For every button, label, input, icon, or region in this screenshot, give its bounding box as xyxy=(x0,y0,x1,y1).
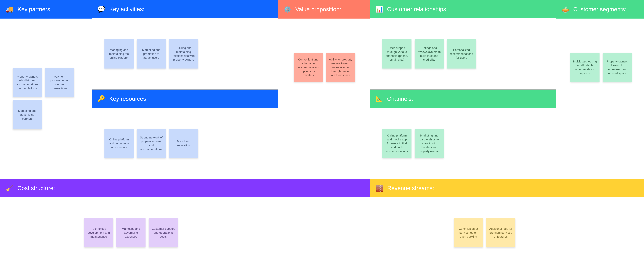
header-customer-segments: 🥧 Customer segments: xyxy=(556,0,644,19)
truck-icon: 🚚 xyxy=(6,5,14,14)
body-key-resources: Online platform and technology infrastru… xyxy=(92,108,278,179)
title-revenue-streams: Revenue streams: xyxy=(387,185,434,191)
header-key-partners: 🚚 Key partners: xyxy=(0,0,92,19)
body-channels: Online platform and mobile app for users… xyxy=(370,108,556,179)
title-channels: Channels: xyxy=(387,95,413,102)
header-channels: 📐 Channels: xyxy=(370,90,556,108)
section-key-activities: 💬 Key activities: Managing and maintaini… xyxy=(92,0,278,89)
section-key-partners: 🚚 Key partners: Property owners who list… xyxy=(0,0,92,179)
body-key-partners: Property owners who list their accommoda… xyxy=(0,19,92,179)
pie-chart-icon: 🥧 xyxy=(561,5,570,14)
sticky-note[interactable]: Building and maintaining relationships w… xyxy=(169,39,198,69)
business-model-canvas: 🚚 Key partners: Property owners who list… xyxy=(0,0,644,268)
section-key-resources: 🔑 Key resources: Online platform and tec… xyxy=(92,89,278,179)
sticky-note[interactable]: Brand and reputation xyxy=(169,129,198,158)
sticky-note[interactable]: Strong network of property owners and ac… xyxy=(137,129,166,158)
notes-value-proposition: Convenient and affordable accommodation … xyxy=(294,53,355,82)
header-value-proposition: ⚙️ Value proposition: xyxy=(278,0,370,19)
header-cost-structure: 🧹 Cost structure: xyxy=(0,179,370,197)
ruler-icon: 📐 xyxy=(375,94,384,103)
title-value-proposition: Value proposition: xyxy=(295,6,341,13)
gears-icon: ⚙️ xyxy=(283,5,292,14)
notes-customer-relationships: User support through various channels (p… xyxy=(382,39,476,69)
section-revenue-streams: 🧱 Revenue streams: Commission or service… xyxy=(370,179,644,268)
title-customer-relationships: Customer relationships: xyxy=(387,6,448,13)
body-customer-segments: Individuals looking for affordable accom… xyxy=(556,19,644,179)
title-cost-structure: Cost structure: xyxy=(18,185,55,191)
broom-icon: 🧹 xyxy=(6,184,14,192)
notes-cost-structure: Technology development and maintenance M… xyxy=(84,218,178,247)
notes-channels: Online platform and mobile app for users… xyxy=(382,129,444,158)
notes-customer-segments: Individuals looking for affordable accom… xyxy=(570,53,632,82)
header-revenue-streams: 🧱 Revenue streams: xyxy=(370,179,644,197)
sticky-note[interactable]: Marketing and advertising partners xyxy=(13,100,42,129)
sticky-note[interactable]: Ratings and reviews system to build trus… xyxy=(415,39,444,69)
sticky-note[interactable]: Marketing and promotion to attract users xyxy=(137,39,166,69)
key-icon: 🔑 xyxy=(97,94,106,103)
sticky-note[interactable]: Property owners who list their accommoda… xyxy=(13,68,42,97)
stack-relationships-channels: 📊 Customer relationships: User support t… xyxy=(370,0,556,179)
notes-revenue-streams: Commission or service fee on each bookin… xyxy=(454,218,515,247)
body-revenue-streams: Commission or service fee on each bookin… xyxy=(370,197,644,268)
bar-chart-icon: 📊 xyxy=(375,5,384,14)
sticky-note[interactable]: Commission or service fee on each bookin… xyxy=(454,218,483,247)
header-key-activities: 💬 Key activities: xyxy=(92,0,278,19)
sticky-note[interactable]: Property owners looking to monetize thei… xyxy=(603,53,632,82)
sticky-note[interactable]: Marketing and partnerships to attract bo… xyxy=(415,129,444,158)
title-key-partners: Key partners: xyxy=(18,6,52,13)
section-customer-relationships: 📊 Customer relationships: User support t… xyxy=(370,0,556,89)
sticky-note[interactable]: Customer support and operations costs xyxy=(149,218,178,247)
sticky-note[interactable]: Online platform and technology infrastru… xyxy=(104,129,134,158)
header-key-resources: 🔑 Key resources: xyxy=(92,90,278,108)
sticky-note[interactable]: Ability for property owners to earn extr… xyxy=(326,53,355,82)
sticky-note[interactable]: User support through various channels (p… xyxy=(382,39,412,69)
title-customer-segments: Customer segments: xyxy=(573,6,626,13)
section-cost-structure: 🧹 Cost structure: Technology development… xyxy=(0,179,370,268)
sticky-note[interactable]: Payment processors for secure transactio… xyxy=(45,68,74,97)
title-key-resources: Key resources: xyxy=(109,95,148,102)
body-value-proposition: Convenient and affordable accommodation … xyxy=(278,19,370,179)
header-customer-relationships: 📊 Customer relationships: xyxy=(370,0,556,19)
chat-icon: 💬 xyxy=(97,5,106,14)
sticky-note[interactable]: Individuals looking for affordable accom… xyxy=(570,53,600,82)
notes-key-partners: Property owners who list their accommoda… xyxy=(13,68,81,129)
body-customer-relationships: User support through various channels (p… xyxy=(370,19,556,89)
sticky-note[interactable]: Additional fees for premium services or … xyxy=(486,218,515,247)
section-value-proposition: ⚙️ Value proposition: Convenient and aff… xyxy=(278,0,370,179)
stack-activities-resources: 💬 Key activities: Managing and maintaini… xyxy=(92,0,278,179)
body-key-activities: Managing and maintaining the online plat… xyxy=(92,19,278,89)
notes-key-resources: Online platform and technology infrastru… xyxy=(104,129,198,158)
notes-key-activities: Managing and maintaining the online plat… xyxy=(104,39,198,69)
brick-icon: 🧱 xyxy=(375,184,384,192)
sticky-note[interactable]: Managing and maintaining the online plat… xyxy=(104,39,134,69)
title-key-activities: Key activities: xyxy=(109,6,144,13)
sticky-note[interactable]: Convenient and affordable accommodation … xyxy=(294,53,323,82)
sticky-note[interactable]: Technology development and maintenance xyxy=(84,218,113,247)
body-cost-structure: Technology development and maintenance M… xyxy=(0,197,370,268)
sticky-note[interactable]: Marketing and advertising expenses xyxy=(116,218,146,247)
section-channels: 📐 Channels: Online platform and mobile a… xyxy=(370,89,556,179)
sticky-note[interactable]: Personalized recommendations for users xyxy=(447,39,476,69)
sticky-note[interactable]: Online platform and mobile app for users… xyxy=(382,129,412,158)
section-customer-segments: 🥧 Customer segments: Individuals looking… xyxy=(556,0,644,179)
